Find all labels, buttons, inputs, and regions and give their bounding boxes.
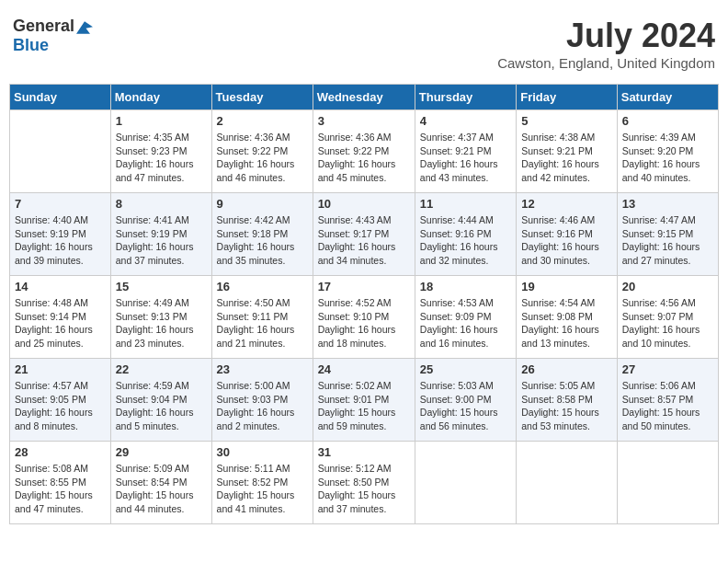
table-row: 20 Sunrise: 4:56 AMSunset: 9:07 PMDaylig… [617, 276, 718, 359]
day-info: Sunrise: 4:41 AMSunset: 9:19 PMDaylight:… [116, 214, 194, 266]
table-row: 25 Sunrise: 5:03 AMSunset: 9:00 PMDaylig… [415, 359, 516, 442]
day-number: 4 [420, 114, 511, 128]
table-row: 28 Sunrise: 5:08 AMSunset: 8:55 PMDaylig… [10, 442, 111, 524]
day-info: Sunrise: 4:48 AMSunset: 9:14 PMDaylight:… [15, 297, 93, 349]
table-row: 3 Sunrise: 4:36 AMSunset: 9:22 PMDayligh… [313, 110, 415, 193]
day-info: Sunrise: 5:00 AMSunset: 9:03 PMDaylight:… [217, 380, 295, 431]
calendar-week-row: 7 Sunrise: 4:40 AMSunset: 9:19 PMDayligh… [10, 193, 719, 276]
table-row: 1 Sunrise: 4:35 AMSunset: 9:23 PMDayligh… [110, 110, 211, 193]
table-row: 23 Sunrise: 5:00 AMSunset: 9:03 PMDaylig… [211, 359, 313, 442]
table-row: 6 Sunrise: 4:39 AMSunset: 9:20 PMDayligh… [617, 110, 718, 193]
logo-general: General [13, 17, 74, 35]
day-number: 6 [622, 114, 713, 128]
day-info: Sunrise: 4:43 AMSunset: 9:17 PMDaylight:… [318, 214, 396, 266]
day-number: 11 [420, 197, 511, 211]
table-row: 9 Sunrise: 4:42 AMSunset: 9:18 PMDayligh… [211, 193, 313, 276]
day-info: Sunrise: 4:49 AMSunset: 9:13 PMDaylight:… [116, 297, 194, 349]
day-info: Sunrise: 4:37 AMSunset: 9:21 PMDaylight:… [420, 132, 498, 183]
day-number: 3 [318, 114, 410, 128]
day-info: Sunrise: 5:05 AMSunset: 8:58 PMDaylight:… [521, 380, 599, 431]
day-info: Sunrise: 5:06 AMSunset: 8:57 PMDaylight:… [622, 380, 700, 431]
header-sunday: Sunday [10, 85, 111, 110]
day-number: 21 [15, 362, 106, 376]
header: General Blue July 2024 Cawston, England,… [9, 9, 719, 78]
header-thursday: Thursday [415, 85, 516, 110]
day-info: Sunrise: 5:03 AMSunset: 9:00 PMDaylight:… [420, 380, 498, 431]
table-row [10, 110, 111, 193]
day-number: 25 [420, 362, 511, 376]
table-row: 18 Sunrise: 4:53 AMSunset: 9:09 PMDaylig… [415, 276, 516, 359]
day-number: 30 [217, 445, 308, 459]
calendar-week-row: 14 Sunrise: 4:48 AMSunset: 9:14 PMDaylig… [10, 276, 719, 359]
calendar-header-row: Sunday Monday Tuesday Wednesday Thursday… [10, 85, 719, 110]
day-number: 9 [217, 197, 308, 211]
table-row: 22 Sunrise: 4:59 AMSunset: 9:04 PMDaylig… [110, 359, 211, 442]
day-info: Sunrise: 4:36 AMSunset: 9:22 PMDaylight:… [217, 132, 295, 183]
day-info: Sunrise: 4:52 AMSunset: 9:10 PMDaylight:… [318, 297, 396, 349]
calendar-week-row: 21 Sunrise: 4:57 AMSunset: 9:05 PMDaylig… [10, 359, 719, 442]
day-info: Sunrise: 4:54 AMSunset: 9:08 PMDaylight:… [521, 297, 599, 349]
calendar-week-row: 1 Sunrise: 4:35 AMSunset: 9:23 PMDayligh… [10, 110, 719, 193]
table-row: 27 Sunrise: 5:06 AMSunset: 8:57 PMDaylig… [617, 359, 718, 442]
logo-blue: Blue [13, 36, 49, 54]
day-number: 1 [116, 114, 207, 128]
day-info: Sunrise: 4:56 AMSunset: 9:07 PMDaylight:… [622, 297, 700, 349]
table-row [617, 442, 718, 524]
table-row: 7 Sunrise: 4:40 AMSunset: 9:19 PMDayligh… [10, 193, 111, 276]
table-row: 24 Sunrise: 5:02 AMSunset: 9:01 PMDaylig… [313, 359, 415, 442]
day-number: 2 [217, 114, 308, 128]
table-row [517, 442, 618, 524]
day-number: 24 [318, 362, 410, 376]
day-info: Sunrise: 4:46 AMSunset: 9:16 PMDaylight:… [521, 214, 599, 266]
table-row: 13 Sunrise: 4:47 AMSunset: 9:15 PMDaylig… [617, 193, 718, 276]
svg-marker-0 [76, 21, 93, 34]
day-number: 17 [318, 280, 410, 293]
table-row: 16 Sunrise: 4:50 AMSunset: 9:11 PMDaylig… [211, 276, 313, 359]
day-number: 18 [420, 280, 511, 293]
day-number: 22 [116, 362, 207, 376]
location-title: Cawston, England, United Kingdom [497, 55, 715, 71]
table-row: 30 Sunrise: 5:11 AMSunset: 8:52 PMDaylig… [211, 442, 313, 524]
day-number: 14 [15, 280, 106, 293]
table-row: 14 Sunrise: 4:48 AMSunset: 9:14 PMDaylig… [10, 276, 111, 359]
table-row: 10 Sunrise: 4:43 AMSunset: 9:17 PMDaylig… [313, 193, 415, 276]
day-info: Sunrise: 4:50 AMSunset: 9:11 PMDaylight:… [217, 297, 295, 349]
month-title: July 2024 [497, 17, 715, 55]
table-row [415, 442, 516, 524]
day-number: 7 [15, 197, 106, 211]
table-row: 11 Sunrise: 4:44 AMSunset: 9:16 PMDaylig… [415, 193, 516, 276]
day-info: Sunrise: 5:08 AMSunset: 8:55 PMDaylight:… [15, 463, 93, 514]
day-number: 19 [521, 280, 612, 293]
day-number: 31 [318, 445, 410, 459]
day-info: Sunrise: 4:39 AMSunset: 9:20 PMDaylight:… [622, 132, 700, 183]
table-row: 29 Sunrise: 5:09 AMSunset: 8:54 PMDaylig… [110, 442, 211, 524]
day-number: 13 [622, 197, 713, 211]
day-number: 28 [15, 445, 106, 459]
day-info: Sunrise: 4:36 AMSunset: 9:22 PMDaylight:… [318, 132, 396, 183]
table-row: 4 Sunrise: 4:37 AMSunset: 9:21 PMDayligh… [415, 110, 516, 193]
logo-bird-icon [76, 21, 93, 34]
table-row: 12 Sunrise: 4:46 AMSunset: 9:16 PMDaylig… [517, 193, 618, 276]
table-row: 26 Sunrise: 5:05 AMSunset: 8:58 PMDaylig… [517, 359, 618, 442]
day-info: Sunrise: 4:44 AMSunset: 9:16 PMDaylight:… [420, 214, 498, 266]
day-number: 5 [521, 114, 612, 128]
table-row: 8 Sunrise: 4:41 AMSunset: 9:19 PMDayligh… [110, 193, 211, 276]
day-info: Sunrise: 4:38 AMSunset: 9:21 PMDaylight:… [521, 132, 599, 183]
table-row: 15 Sunrise: 4:49 AMSunset: 9:13 PMDaylig… [110, 276, 211, 359]
day-number: 29 [116, 445, 207, 459]
header-tuesday: Tuesday [211, 85, 313, 110]
calendar-table: Sunday Monday Tuesday Wednesday Thursday… [9, 84, 719, 524]
day-number: 16 [217, 280, 308, 293]
day-info: Sunrise: 5:02 AMSunset: 9:01 PMDaylight:… [318, 380, 396, 431]
table-row: 17 Sunrise: 4:52 AMSunset: 9:10 PMDaylig… [313, 276, 415, 359]
title-area: July 2024 Cawston, England, United Kingd… [497, 17, 715, 71]
day-info: Sunrise: 5:09 AMSunset: 8:54 PMDaylight:… [116, 463, 194, 514]
calendar-week-row: 28 Sunrise: 5:08 AMSunset: 8:55 PMDaylig… [10, 442, 719, 524]
day-number: 20 [622, 280, 713, 293]
table-row: 5 Sunrise: 4:38 AMSunset: 9:21 PMDayligh… [517, 110, 618, 193]
day-info: Sunrise: 5:11 AMSunset: 8:52 PMDaylight:… [217, 463, 295, 514]
table-row: 31 Sunrise: 5:12 AMSunset: 8:50 PMDaylig… [313, 442, 415, 524]
day-info: Sunrise: 4:40 AMSunset: 9:19 PMDaylight:… [15, 214, 93, 266]
day-number: 8 [116, 197, 207, 211]
table-row: 19 Sunrise: 4:54 AMSunset: 9:08 PMDaylig… [517, 276, 618, 359]
